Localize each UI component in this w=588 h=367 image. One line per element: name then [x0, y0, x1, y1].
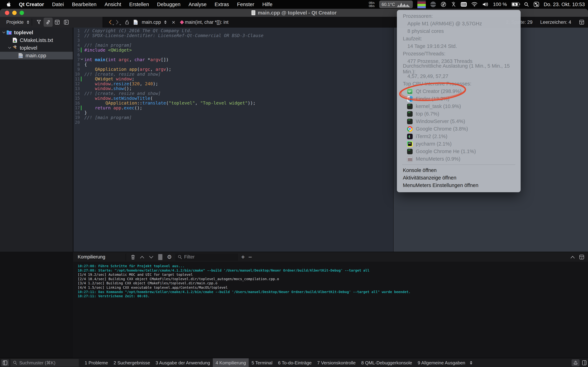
code-line: 14//! [create, resize and show]: [73, 91, 393, 96]
file-lock-icon[interactable]: [125, 19, 130, 25]
menubar-item-bearbeiten[interactable]: Bearbeiten: [72, 1, 96, 7]
tree-item-cmakelists-txt[interactable]: CMakeLists.txt: [0, 36, 73, 44]
cpu-info-label: Top CPU Intensive Processes:: [397, 80, 521, 88]
code-text: // SPDX-License-Identifier: LicenseRef-Q…: [84, 33, 264, 38]
go-forward-button[interactable]: [114, 19, 121, 26]
menubar-clock[interactable]: Do. 23. Okt. 10:53: [544, 1, 585, 7]
close-document-button[interactable]: ×: [172, 19, 175, 25]
volume-icon[interactable]: [482, 2, 488, 7]
chevron-down-icon[interactable]: [1, 32, 6, 33]
previous-item-button[interactable]: [138, 252, 147, 262]
pane-button-9-allgemeine-ausgaben[interactable]: 9 Allgemeine Ausgaben: [415, 358, 468, 367]
menubar-item-ansicht[interactable]: Ansicht: [104, 1, 121, 7]
menubar-item-datei[interactable]: Datei: [52, 1, 64, 7]
go-back-button[interactable]: [107, 19, 114, 26]
spotlight-search-icon[interactable]: [524, 2, 529, 7]
menubar-item-hilfe[interactable]: Hilfe: [262, 1, 272, 7]
pane-button-6-to-do-eintr-ge[interactable]: 6 To-do-Einträge: [275, 358, 314, 367]
locator-search-field[interactable]: Suchmuster (⌘K): [10, 359, 79, 367]
pane-button-7-versionskontrolle[interactable]: 7 Versionskontrolle: [314, 358, 359, 367]
pane-button-8-qml-debuggerkonsole[interactable]: 8 QML-Debuggerkonsole: [358, 358, 415, 367]
menu-action-konsole-ffnen[interactable]: Konsole öffnen: [397, 167, 521, 174]
cpu-info-label: Prozessoren:: [397, 12, 521, 20]
toggle-right-sidebar-button[interactable]: [582, 360, 587, 366]
line-number: 4: [73, 43, 80, 48]
pane-button-1-probleme[interactable]: 1 Probleme: [82, 358, 111, 367]
next-item-button[interactable]: [147, 252, 156, 262]
clear-output-button[interactable]: [129, 252, 138, 262]
gutter-fold-column: [80, 43, 84, 48]
tree-item-main-cpp[interactable]: C++main.cpp: [0, 52, 73, 59]
apple-menu-icon[interactable]: [6, 2, 11, 7]
sidebar-mode-combo-icon[interactable]: [27, 20, 29, 24]
zoom-in-output-button[interactable]: +: [239, 254, 247, 260]
menu-action-aktivit-tsanzeige-ffnen[interactable]: Aktivitätsanzeige öffnen: [397, 174, 521, 182]
pane-button-2-suchergebnisse[interactable]: 2 Suchergebnisse: [111, 358, 153, 367]
sidebar-mode-label[interactable]: Projekte: [6, 20, 24, 25]
menubar-app-menu[interactable]: Qt Creator: [19, 1, 44, 7]
cpu-info-label: Prozesse/Threads:: [397, 50, 521, 58]
code-text: // Copyright (C) 2016 The Qt Company Ltd…: [84, 28, 192, 33]
split-circle-menu-extra-icon[interactable]: [430, 1, 436, 7]
code-line: 16 QApplication::translate("toplevel", "…: [73, 101, 393, 106]
process-label: pycharm (2.1%): [416, 141, 452, 147]
menubar-item-analyse[interactable]: Analyse: [189, 1, 207, 7]
power-source-off-icon[interactable]: [441, 1, 446, 7]
network-throughput-menu-extra[interactable]: 0B/s 0B/s: [369, 1, 374, 8]
pane-overflow-combo-icon[interactable]: [470, 361, 472, 365]
code-line: 10//! [create, resize and show]: [73, 72, 393, 76]
word-wrap-toggle[interactable]: [156, 252, 165, 262]
gutter-fold-column: [80, 48, 84, 52]
desktop: Qt CreatorDateiBearbeitenAnsichtErstelle…: [0, 0, 588, 367]
temperature-menu-extra[interactable]: 60.1°C: [379, 0, 413, 8]
menubar-item-debuggen[interactable]: Debuggen: [157, 1, 181, 7]
cmake-file-icon: [12, 37, 18, 43]
zoom-out-output-button[interactable]: −: [247, 254, 254, 260]
maximize-output-pane-button[interactable]: [568, 252, 577, 262]
split-editor-button[interactable]: [579, 19, 585, 25]
close-output-pane-button[interactable]: [577, 252, 586, 262]
cpu-usage-graph-menu-extra[interactable]: [417, 0, 426, 8]
menubar-status: 0B/s 0B/s 60.1°C: [369, 0, 585, 9]
cpu-info-text: Top CPU Intensive Processes:: [403, 81, 471, 87]
net-down-value: 0B/s: [369, 4, 374, 8]
pane-button-5-terminal[interactable]: 5 Terminal: [249, 358, 275, 367]
output-filter-field[interactable]: Filter: [175, 253, 238, 261]
tree-item-toplevel[interactable]: toplevel: [0, 44, 73, 52]
changed-line-marker: [81, 106, 82, 110]
fold-chevron-icon[interactable]: [80, 58, 83, 60]
menubar-item-extras[interactable]: Extras: [215, 1, 229, 7]
whitespace-setting[interactable]: Leerzeichen: 4: [540, 20, 571, 25]
open-document-selector[interactable]: main.cpp: [142, 20, 161, 25]
chevron-down-icon[interactable]: [7, 47, 12, 49]
split-add-button[interactable]: [53, 18, 62, 27]
wifi-icon[interactable]: [471, 2, 478, 7]
coil-menu-extra-icon[interactable]: [461, 2, 467, 7]
output-line: [3/4 1.2/sec] Building CXX object CMakeF…: [78, 281, 588, 285]
pane-button-3-ausgabe-der-anwendung[interactable]: 3 Ausgabe der Anwendung: [153, 358, 213, 367]
current-symbol-selector[interactable]: main(int, char *[]): int: [185, 20, 228, 25]
fold-chevron-icon[interactable]: [80, 57, 84, 62]
line-number: 12: [73, 82, 80, 86]
synchronize-with-editor-button[interactable]: [43, 18, 53, 27]
output-line: 10:27:11: Verstrichene Zeit: 00:03.: [78, 294, 588, 299]
pane-button-4-kompilierung[interactable]: 4 Kompilierung: [213, 358, 249, 367]
build-progress-button[interactable]: [571, 359, 579, 366]
tree-item-toplevel[interactable]: toplevel: [0, 29, 73, 36]
toggle-left-sidebar-button[interactable]: [1, 359, 9, 366]
battery-icon[interactable]: [511, 2, 519, 7]
open-document-combo-icon[interactable]: [164, 20, 167, 24]
code-editor[interactable]: 1// Copyright (C) 2016 The Qt Company Lt…: [73, 28, 393, 252]
menubar-item-fenster[interactable]: Fenster: [237, 1, 254, 7]
battery-percent-value: 100 %: [493, 1, 507, 7]
crossed-tool-menu-extra-icon[interactable]: [451, 1, 456, 7]
compile-output-area[interactable]: 10:27:08: Führe Schritte für Projekt top…: [73, 262, 588, 358]
filter-tree-button[interactable]: [35, 18, 43, 27]
line-number: 20: [73, 120, 80, 125]
output-settings-gear-icon[interactable]: ⚙: [165, 252, 174, 262]
cpu-info-text: Konsole öffnen: [403, 167, 437, 173]
menu-action-menumeters-einstellungen-ffnen[interactable]: MenuMeters Einstellungen öffnen: [397, 182, 521, 189]
close-sidebar-button[interactable]: [62, 18, 71, 27]
menubar-item-erstellen[interactable]: Erstellen: [129, 1, 149, 7]
control-center-icon[interactable]: [534, 2, 539, 7]
